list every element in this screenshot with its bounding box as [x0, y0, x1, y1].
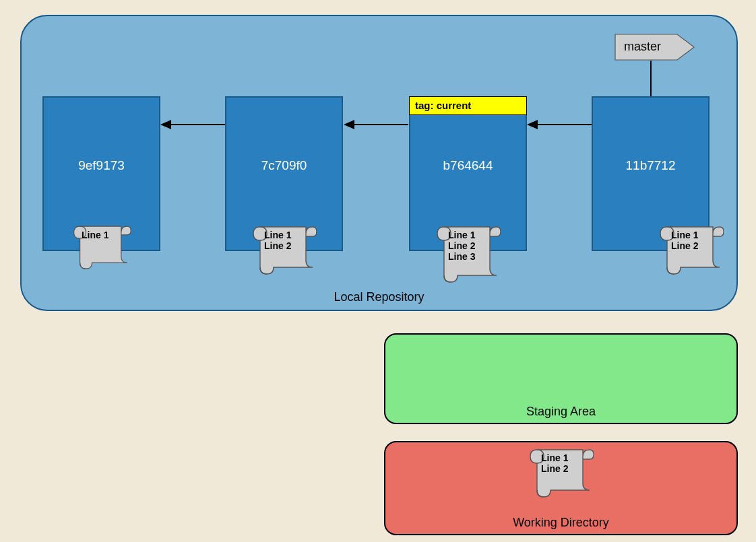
commit-3-file-content: Line 1 Line 2 Line 3	[448, 230, 475, 262]
commit-2-hash: 7c709f0	[226, 158, 342, 173]
commit-4-file-scroll: Line 1 Line 2	[659, 222, 724, 275]
commit-3-file-scroll: Line 1 Line 2 Line 3	[436, 222, 501, 283]
svg-marker-8	[527, 120, 538, 129]
commit-1-file-content: Line 1	[82, 230, 108, 240]
commit-2-file-scroll: Line 1 Line 2	[252, 222, 317, 275]
master-label: master	[624, 40, 661, 54]
commit-4-file-content: Line 1 Line 2	[671, 230, 698, 251]
commit-2-file-content: Line 1 Line 2	[264, 230, 291, 251]
working-directory-file-scroll: Line 1 Line 2	[529, 444, 594, 498]
working-directory-file-content: Line 1 Line 2	[541, 452, 568, 474]
staging-area-label: Staging Area	[526, 405, 596, 419]
commit-3-tag: tag: current	[409, 96, 527, 115]
arrow-c3-to-c2	[342, 118, 410, 131]
working-directory-label: Working Directory	[513, 516, 609, 530]
commit-3-hash: b764644	[410, 158, 526, 173]
arrow-c4-to-c3	[526, 118, 593, 131]
arrow-c2-to-c1	[159, 118, 226, 131]
commit-1-file-scroll: Line 1	[69, 222, 134, 269]
svg-marker-4	[160, 120, 171, 129]
local-repository-label: Local Repository	[334, 290, 424, 304]
commit-4-hash: 11b7712	[593, 158, 708, 173]
staging-area: Staging Area	[384, 333, 738, 424]
svg-marker-6	[344, 120, 354, 129]
commit-1-hash: 9ef9173	[44, 158, 159, 173]
